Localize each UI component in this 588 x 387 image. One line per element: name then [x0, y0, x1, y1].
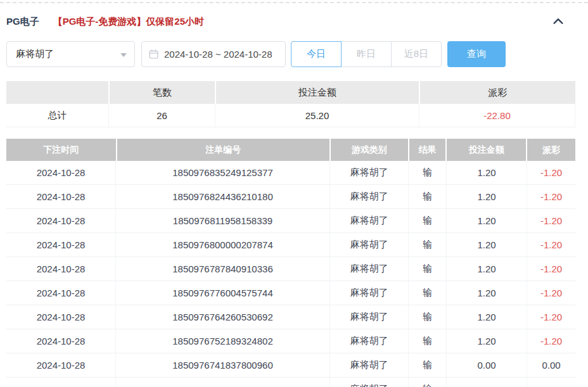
order-no-cell — [116, 377, 330, 387]
table-row: 2024-10-281850976776004575744麻将胡了输1.20-1… — [6, 281, 575, 305]
payout-cell: -1.20 — [527, 257, 575, 281]
summary-count-value: 26 — [109, 104, 215, 127]
summary-total-row: 总计 26 25.20 -22.80 — [6, 104, 575, 127]
bet-amount-cell: 1.20 — [447, 257, 527, 281]
filter-bar: 麻将胡了 2024-10-28 ~ 2024-10-28 今日 昨日 近8日 查… — [6, 41, 588, 67]
table-row: 2024-10-281850976752189324802麻将胡了输1.20-1… — [6, 329, 575, 353]
game-type-cell: 麻将胡了 — [330, 305, 409, 329]
result-cell: 输 — [409, 209, 447, 232]
order-no-cell: 1850976776004575744 — [116, 281, 330, 305]
search-button[interactable]: 查询 — [447, 41, 506, 67]
order-no-cell: 1850976764260530692 — [116, 305, 330, 329]
payout-cell: -1.20 — [527, 209, 575, 232]
payout-cell: -1.20 — [527, 281, 575, 305]
panel-notice: 【PG电子-免费游戏】仅保留25小时 — [53, 16, 204, 28]
bet-amount-cell — [447, 377, 527, 387]
panel-title: PG电子 — [6, 16, 39, 28]
header-bet-time: 下注时间 — [6, 139, 116, 161]
order-no-cell: 1850976741837800960 — [116, 353, 330, 377]
order-no-cell: 1850976787840910336 — [116, 257, 330, 281]
bet-amount-cell: 1.20 — [447, 329, 527, 353]
payout-cell: -1.20 — [527, 185, 575, 208]
bet-time-cell: 2024-10-28 — [6, 305, 116, 329]
table-row: 2024-10-281850976741837800960麻将胡了输0.000.… — [6, 353, 575, 377]
order-no-cell: 1850976800000207874 — [116, 233, 330, 257]
records-header-row: 下注时间 注单编号 游戏类别 结果 投注金额 派彩 — [6, 139, 575, 161]
table-row: 2024-10-281850976800000207874麻将胡了输1.20-1… — [6, 233, 575, 257]
bet-amount-cell: 1.20 — [447, 161, 527, 184]
panel-header: PG电子 【PG电子-免费游戏】仅保留25小时 — [0, 3, 588, 40]
table-row: 2024-10-281850976811958158339麻将胡了输1.20-1… — [6, 209, 575, 233]
bet-amount-cell: 1.20 — [447, 209, 527, 232]
records-body: 2024-10-281850976835249125377麻将胡了输1.20-1… — [6, 161, 575, 387]
date-range-value: 2024-10-28 ~ 2024-10-28 — [164, 49, 272, 60]
header-payout: 派彩 — [527, 139, 575, 161]
order-no-cell: 1850976824436210180 — [116, 185, 330, 208]
summary-header-count: 笔数 — [110, 81, 214, 104]
bet-time-cell: 2024-10-28 — [6, 329, 116, 353]
game-type-cell: 麻将胡了 — [330, 353, 409, 377]
bet-time-cell: 2024-10-28 — [6, 161, 116, 184]
game-type-cell: 麻将胡了 — [330, 233, 409, 257]
calendar-icon — [148, 49, 164, 60]
game-select[interactable]: 麻将胡了 — [6, 41, 135, 67]
game-type-cell: 麻将胡了 — [330, 377, 409, 387]
bet-amount-cell: 1.20 — [447, 185, 527, 208]
payout-cell: -1.20 — [527, 233, 575, 257]
payout-cell: -1.20 — [527, 161, 575, 184]
summary-header-payout: 派彩 — [420, 81, 575, 104]
range-button-today[interactable]: 今日 — [291, 41, 342, 67]
bet-time-cell: 2024-10-28 — [6, 257, 116, 281]
summary-table: 笔数 投注金额 派彩 总计 26 25.20 -22.80 — [6, 81, 575, 127]
date-range-input[interactable]: 2024-10-28 ~ 2024-10-28 — [141, 41, 286, 67]
range-button-yesterday[interactable]: 昨日 — [341, 41, 392, 67]
bet-amount-cell: 0.00 — [447, 353, 527, 377]
bet-time-cell: 2024-10-28 — [6, 233, 116, 257]
game-type-cell: 麻将胡了 — [330, 329, 409, 353]
bet-time-cell: 2024-10-28 — [6, 185, 116, 208]
table-row: 2024-10-281850976787840910336麻将胡了输1.20-1… — [6, 257, 575, 281]
order-no-cell: 1850976752189324802 — [116, 329, 330, 353]
result-cell: 输 — [409, 281, 447, 305]
payout-cell: -1.20 — [527, 329, 575, 353]
game-type-cell: 麻将胡了 — [330, 185, 409, 208]
header-game-type: 游戏类别 — [331, 139, 408, 161]
quick-range-group: 今日 昨日 近8日 — [291, 41, 442, 67]
game-type-cell: 麻将胡了 — [330, 281, 409, 305]
table-row: 2024-10-281850976764260530692麻将胡了输1.20-1… — [6, 305, 575, 329]
summary-header-row: 笔数 投注金额 派彩 — [6, 81, 575, 104]
payout-cell — [527, 377, 575, 387]
header-result: 结果 — [409, 139, 446, 161]
pg-records-panel: PG电子 【PG电子-免费游戏】仅保留25小时 麻将胡了 2024-10-28 … — [0, 2, 588, 387]
range-button-last8days[interactable]: 近8日 — [391, 41, 442, 67]
table-row: 2024-10-281850976824436210180麻将胡了输1.20-1… — [6, 185, 575, 209]
result-cell: 输 — [409, 353, 447, 377]
chevron-up-icon — [551, 15, 565, 29]
order-no-cell: 1850976811958158339 — [116, 209, 330, 232]
summary-payout-value: -22.80 — [419, 104, 575, 127]
result-cell: 输 — [409, 185, 447, 208]
game-type-cell: 麻将胡了 — [330, 257, 409, 281]
game-type-cell: 麻将胡了 — [330, 161, 409, 184]
order-no-cell: 1850976835249125377 — [116, 161, 330, 184]
result-cell: 输 — [409, 377, 447, 387]
summary-total-label: 总计 — [6, 104, 109, 127]
summary-header-bet-amount: 投注金额 — [216, 81, 419, 104]
bet-amount-cell: 1.20 — [447, 305, 527, 329]
collapse-button[interactable] — [551, 15, 565, 29]
bet-amount-cell: 1.20 — [447, 281, 527, 305]
game-select-value: 麻将胡了 — [16, 48, 54, 60]
header-bet-amount: 投注金额 — [447, 139, 526, 161]
table-row: 2024-10-281850976835249125377麻将胡了输1.20-1… — [6, 161, 575, 185]
bet-time-cell — [6, 377, 116, 387]
result-cell: 输 — [409, 257, 447, 281]
game-type-cell: 麻将胡了 — [330, 209, 409, 232]
summary-bet-amount-value: 25.20 — [215, 104, 419, 127]
header-order-no: 注单编号 — [117, 139, 329, 161]
bet-time-cell: 2024-10-28 — [6, 353, 116, 377]
result-cell: 输 — [409, 233, 447, 257]
result-cell: 输 — [409, 329, 447, 353]
result-cell: 输 — [409, 305, 447, 329]
payout-cell: 0.00 — [527, 353, 575, 377]
table-row: 麻将胡了输 — [6, 377, 575, 387]
